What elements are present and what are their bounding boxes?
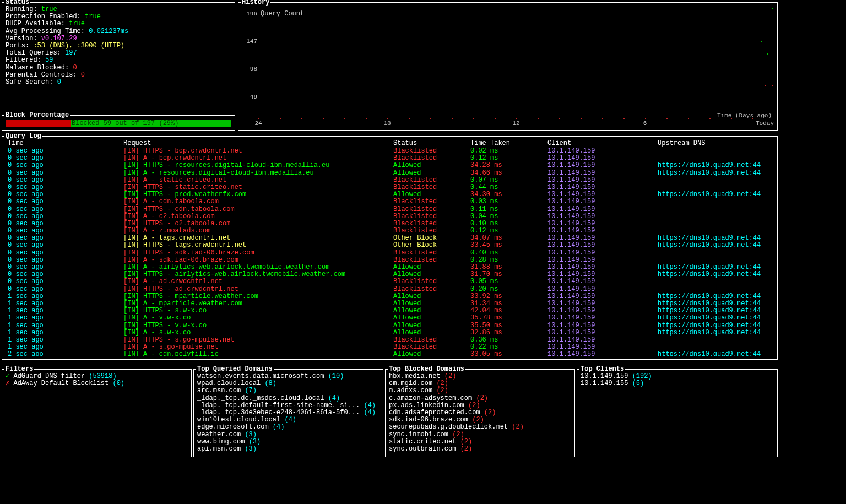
qlog-time-taken: 34.66 ms <box>468 170 545 177</box>
qlog-time-taken: 42.04 ms <box>468 307 545 315</box>
qlog-upstream: https://dns10.quad9.net:44 <box>655 242 774 249</box>
qlog-request: [IN] HTTPS - ad.crwdcntrl.net <box>121 286 391 293</box>
qlog-upstream <box>655 177 774 184</box>
list-domain: _ldap._tcp.default-first-site-name._si..… <box>197 402 360 409</box>
qlog-status: Allowed <box>391 351 468 356</box>
query-log-row[interactable]: 1 sec ago[IN] A - s.go-mpulse.netBlackli… <box>6 344 774 351</box>
filter-count: (53918) <box>89 373 116 380</box>
query-log-row[interactable]: 0 sec ago[IN] A - cdn.taboola.comBlackli… <box>6 198 774 205</box>
qlog-time-taken: 0.36 ms <box>468 337 545 344</box>
query-log-row[interactable]: 0 sec ago[IN] HTTPS - tags.crwdcntrl.net… <box>6 242 774 249</box>
qlog-time: 1 sec ago <box>6 307 121 315</box>
query-log-row[interactable]: 0 sec ago[IN] A - resources.digital-clou… <box>6 170 774 177</box>
qlog-time: 1 sec ago <box>6 322 121 329</box>
qlog-time-taken: 33.92 ms <box>468 293 545 300</box>
list-domain: sync.inmobi.com <box>389 431 448 438</box>
qlog-time: 1 sec ago <box>6 315 121 322</box>
list-count: (2) <box>472 416 484 424</box>
query-log-row[interactable]: 0 sec ago[IN] A - tags.crwdcntrl.netOthe… <box>6 235 774 242</box>
query-log-row[interactable]: 0 sec ago[IN] HTTPS - sdk.iad-06.braze.c… <box>6 250 774 257</box>
history-point-blocked <box>301 118 302 119</box>
query-log-row[interactable]: 0 sec ago[IN] HTTPS - ad.crwdcntrl.netBl… <box>6 286 774 293</box>
list-domain: watson.events.data.microsoft.com <box>197 373 324 380</box>
status-running-value: true <box>41 6 57 13</box>
history-x-tick: 24 <box>254 120 262 127</box>
filter-item[interactable]: ✗ AdAway Default Blocklist (0) <box>6 380 188 387</box>
history-point-blocked <box>258 118 259 119</box>
query-log-row[interactable]: 0 sec ago[IN] HTTPS - resources.digital-… <box>6 162 774 169</box>
list-item[interactable]: sync.outbrain.com (2) <box>389 446 571 453</box>
qlog-time-taken: 34.28 ms <box>468 162 545 169</box>
query-log-row[interactable]: 1 sec ago[IN] A - s.w-x.coAllowed32.86 m… <box>6 329 774 337</box>
list-count: (2) <box>460 445 473 453</box>
qlog-time: 1 sec ago <box>6 300 121 307</box>
list-domain: 10.1.149.159 <box>581 373 628 380</box>
qlog-time-taken: 31.88 ms <box>468 264 545 271</box>
query-log-row[interactable]: 0 sec ago[IN] A - static.criteo.netBlack… <box>6 177 774 184</box>
history-point-blocked <box>538 118 539 119</box>
query-log-row[interactable]: 0 sec ago[IN] HTTPS - airlytics-web.airl… <box>6 271 774 278</box>
qlog-client: 10.1.149.159 <box>545 235 655 242</box>
qlog-h-upstream: Upstream DNS <box>655 140 774 148</box>
query-log-row[interactable]: 1 sec ago[IN] HTTPS - s.w-x.coAllowed42.… <box>6 307 774 315</box>
qlog-request: [IN] A - v.w-x.co <box>121 315 391 322</box>
qlog-upstream <box>655 148 774 155</box>
query-log-row[interactable]: 1 sec ago[IN] A - v.w-x.coAllowed35.78 m… <box>6 315 774 322</box>
qlog-time-taken: 0.07 ms <box>468 177 545 184</box>
list-domain: weather.com <box>197 431 241 438</box>
list-item[interactable]: 10.1.149.155 (5) <box>581 380 774 387</box>
qlog-request: [IN] HTTPS - s.w-x.co <box>121 307 391 315</box>
qlog-request: [IN] HTTPS - static.criteo.net <box>121 184 391 191</box>
qlog-request: [IN] A - mparticle.weather.com <box>121 300 391 307</box>
qlog-time-taken: 0.12 ms <box>468 155 545 162</box>
qlog-request: [IN] A - airlytics-web.airlock.twcmobile… <box>121 264 391 271</box>
query-log-row[interactable]: 1 sec ago[IN] A - mparticle.weather.comA… <box>6 300 774 307</box>
qlog-status: Blacklisted <box>391 220 468 227</box>
qlog-upstream <box>655 213 774 220</box>
query-log-row[interactable]: 0 sec ago[IN] A - c2.taboola.comBlacklis… <box>6 213 774 220</box>
list-item[interactable]: api.msn.com (3) <box>197 446 379 453</box>
qlog-client: 10.1.149.159 <box>545 315 655 322</box>
block-percentage-title: Block Percentage <box>4 112 70 119</box>
query-log-row[interactable]: 0 sec ago[IN] A - sdk.iad-06.braze.comBl… <box>6 257 774 264</box>
filter-count: (0) <box>112 380 124 387</box>
top-blocked-panel: Top Blocked Domains hbx.media.net (2)cm.… <box>385 369 575 457</box>
history-point-blocked <box>645 118 646 119</box>
query-log-row[interactable]: 1 sec ago[IN] HTTPS - v.w-x.coAllowed35.… <box>6 322 774 329</box>
query-log-row[interactable]: 0 sec ago[IN] A - bcp.crwdcntrl.netBlack… <box>6 155 774 162</box>
status-malware-value: 0 <box>73 64 77 72</box>
qlog-request: [IN] HTTPS - resources.digital-cloud-ibm… <box>121 162 391 169</box>
top-clients-title: Top Clients <box>579 366 625 373</box>
query-log-row[interactable]: 0 sec ago[IN] HTTPS - cdn.taboola.comBla… <box>6 206 774 213</box>
qlog-client: 10.1.149.159 <box>545 351 655 356</box>
qlog-time-taken: 32.86 ms <box>468 329 545 337</box>
qlog-client: 10.1.149.159 <box>545 148 655 155</box>
status-safesearch-value: 0 <box>57 78 61 86</box>
query-log-row[interactable]: 0 sec ago[IN] A - z.moatads.comBlacklist… <box>6 227 774 235</box>
history-title: History <box>241 0 270 6</box>
list-count: (4) <box>364 402 376 409</box>
query-log-row[interactable]: 0 sec ago[IN] HTTPS - c2.taboola.comBlac… <box>6 220 774 227</box>
list-count: (4) <box>364 409 376 416</box>
qlog-upstream: https://dns10.quad9.net:44 <box>655 235 774 242</box>
query-log-row[interactable]: 0 sec ago[IN] HTTPS - bcp.crwdcntrl.netB… <box>6 148 774 155</box>
qlog-request: [IN] A - bcp.crwdcntrl.net <box>121 155 391 162</box>
status-filtered-value: 59 <box>45 56 53 64</box>
qlog-status: Blacklisted <box>391 155 468 162</box>
history-point-allowed <box>761 41 762 42</box>
query-log-row[interactable]: 0 sec ago[IN] A - ad.crwdcntrl.netBlackl… <box>6 278 774 285</box>
query-log-row[interactable]: 0 sec ago[IN] A - airlytics-web.airlock.… <box>6 264 774 271</box>
list-domain: www.bing.com <box>197 438 245 446</box>
status-ports-label: Ports: <box>6 42 33 50</box>
list-count: (2) <box>460 438 473 446</box>
query-log-row[interactable]: 0 sec ago[IN] HTTPS - static.criteo.netB… <box>6 184 774 191</box>
query-log-row[interactable]: 1 sec ago[IN] HTTPS - s.go-mpulse.netBla… <box>6 337 774 344</box>
list-domain: cm.mgid.com <box>389 380 432 387</box>
query-log-row[interactable]: 0 sec ago[IN] HTTPS - prod.weatherfx.com… <box>6 191 774 198</box>
qlog-status: Blacklisted <box>391 184 468 191</box>
query-log-row[interactable]: 1 sec ago[IN] HTTPS - mparticle.weather.… <box>6 293 774 300</box>
qlog-upstream: https://dns10.quad9.net:44 <box>655 300 774 307</box>
history-chart <box>258 8 774 118</box>
query-log-row[interactable]: 2 sec ago[IN] A - cdn.polyfill.ioAllowed… <box>6 351 774 356</box>
qlog-upstream: https://dns10.quad9.net:44 <box>655 322 774 329</box>
